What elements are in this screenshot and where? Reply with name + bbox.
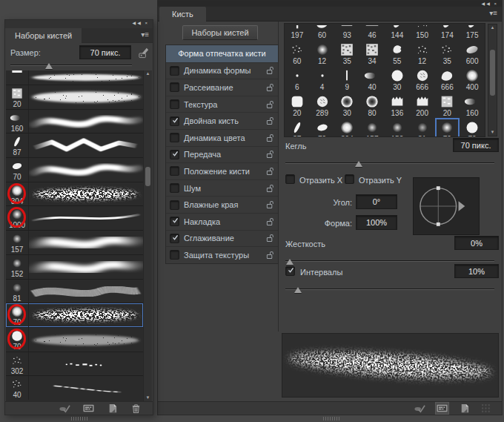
toggle-stroke-preview-icon[interactable] bbox=[59, 403, 71, 414]
brush-tip-cell[interactable]: 55 bbox=[385, 40, 410, 66]
size-value-field[interactable]: 70 пикс. bbox=[453, 138, 499, 152]
option-checkbox[interactable] bbox=[170, 150, 179, 159]
close-panel-icon[interactable]: × bbox=[494, 1, 498, 6]
brush-preset-row[interactable]: 87 bbox=[6, 133, 143, 157]
brush-tip-cell[interactable]: 12 bbox=[410, 40, 435, 66]
brush-option-row[interactable]: Двойная кисть bbox=[166, 112, 278, 129]
brush-tip-cell[interactable]: 35 bbox=[335, 40, 360, 66]
panel-menu-icon[interactable]: ▾≡ bbox=[489, 9, 497, 17]
option-checkbox[interactable] bbox=[170, 183, 179, 193]
brush-option-row[interactable]: Накладка bbox=[166, 213, 278, 230]
brush-tip-cell[interactable]: 80 bbox=[359, 92, 385, 118]
scroll-down-icon[interactable]: ▼ bbox=[488, 129, 497, 136]
brush-preset-row[interactable]: 70 bbox=[6, 303, 143, 327]
brush-option-row[interactable]: Передача bbox=[166, 146, 278, 163]
brush-tip-cell[interactable]: 20 bbox=[435, 92, 460, 118]
delete-brush-icon[interactable] bbox=[130, 403, 142, 414]
roundness-handle-top[interactable] bbox=[437, 186, 440, 190]
option-checkbox[interactable] bbox=[170, 200, 179, 210]
slider-thumb[interactable] bbox=[45, 63, 53, 69]
open-preset-manager-icon[interactable] bbox=[436, 403, 448, 414]
brush-option-row[interactable]: Шум bbox=[166, 179, 278, 197]
lock-icon[interactable] bbox=[266, 116, 274, 125]
option-checkbox[interactable] bbox=[170, 234, 179, 243]
flip-x-checkbox[interactable] bbox=[285, 174, 295, 184]
presets-list-scrollbar[interactable]: ▲ ▼ bbox=[143, 70, 152, 401]
size-value-field[interactable]: 70 пикс. bbox=[79, 45, 131, 59]
brush-preset-row[interactable]: 302 bbox=[6, 352, 143, 376]
hardness-value-field[interactable]: 0% bbox=[454, 236, 499, 250]
brush-tip-cell[interactable]: 197 bbox=[285, 24, 310, 40]
scroll-down-icon[interactable]: ▼ bbox=[144, 395, 152, 401]
presets-size-slider[interactable] bbox=[10, 62, 132, 69]
scroll-up-icon[interactable]: ▲ bbox=[144, 70, 152, 77]
brush-option-row[interactable]: Сглаживание bbox=[166, 230, 278, 247]
brush-tip-cell[interactable]: 30 bbox=[385, 66, 410, 92]
panel-menu-icon[interactable]: ▾≡ bbox=[141, 30, 149, 39]
brush-preset-row[interactable]: 20 bbox=[6, 85, 143, 109]
tab-brush[interactable]: Кисть bbox=[159, 7, 206, 22]
brush-tip-cell[interactable]: 200 bbox=[410, 92, 435, 118]
lock-icon[interactable] bbox=[266, 150, 274, 159]
brush-tip-cell[interactable]: 70 bbox=[310, 118, 335, 137]
create-new-brush-icon[interactable] bbox=[458, 403, 471, 414]
scrollbar-thumb[interactable] bbox=[145, 167, 150, 186]
lock-icon[interactable] bbox=[266, 167, 274, 176]
scroll-up-icon[interactable]: ▲ bbox=[488, 24, 497, 31]
close-panel-icon[interactable]: × bbox=[145, 21, 149, 25]
open-preset-manager-icon[interactable] bbox=[82, 403, 95, 414]
brush-tip-cell[interactable]: 9 bbox=[335, 66, 360, 92]
resize-grip-icon[interactable] bbox=[480, 403, 493, 414]
brush-option-row[interactable]: Форма отпечатка кисти bbox=[166, 45, 278, 62]
spacing-slider[interactable] bbox=[285, 286, 494, 293]
brush-tip-cell[interactable]: 666 bbox=[410, 66, 435, 92]
lock-icon[interactable] bbox=[266, 66, 274, 75]
brush-tip-cell[interactable]: 93 bbox=[335, 24, 360, 40]
brush-tip-cell[interactable]: 60 bbox=[285, 40, 310, 66]
brush-preset-row[interactable]: 70 bbox=[6, 327, 143, 352]
brush-tip-cell[interactable]: 20 bbox=[285, 92, 310, 118]
tip-grid-scrollbar[interactable]: ▲ ▼ bbox=[488, 24, 497, 136]
brush-tip-cell[interactable]: 152 bbox=[385, 118, 410, 137]
brush-option-row[interactable]: Динамика цвета bbox=[166, 129, 278, 146]
size-slider[interactable] bbox=[285, 159, 494, 167]
brush-tip-cell[interactable]: 600 bbox=[460, 40, 485, 66]
brush-tip-cell[interactable]: 35 bbox=[435, 40, 460, 66]
brush-tip-cell[interactable]: 87 bbox=[285, 118, 310, 137]
lock-icon[interactable] bbox=[266, 234, 274, 243]
brush-tip-cell[interactable]: 70 bbox=[435, 118, 460, 137]
brush-tip-cell[interactable]: 81 bbox=[410, 118, 435, 137]
brush-tip-cell[interactable]: 40 bbox=[359, 66, 385, 92]
brush-tip-cell[interactable]: 160 bbox=[460, 92, 485, 118]
lock-icon[interactable] bbox=[266, 217, 274, 226]
flip-y-checkbox[interactable] bbox=[345, 174, 354, 184]
slider-thumb[interactable] bbox=[294, 287, 302, 293]
angle-value-field[interactable]: 0° bbox=[356, 194, 397, 209]
brush-option-row[interactable]: Влажные края bbox=[166, 196, 278, 213]
left-panel-resize-grip[interactable] bbox=[71, 417, 89, 421]
option-checkbox[interactable] bbox=[170, 133, 179, 142]
brush-preset-row[interactable]: 304 bbox=[6, 182, 143, 206]
brush-tip-cell[interactable]: 394 bbox=[335, 118, 360, 137]
brush-tip-cell[interactable]: 70 bbox=[460, 118, 485, 137]
create-new-brush-icon[interactable] bbox=[106, 403, 119, 414]
spacing-value-field[interactable]: 10% bbox=[454, 264, 499, 278]
brush-tip-cell[interactable]: 400 bbox=[460, 66, 485, 92]
brush-preset-row[interactable]: 157 bbox=[6, 230, 143, 254]
brush-tip-cell[interactable]: 30 bbox=[335, 92, 360, 118]
lock-icon[interactable] bbox=[266, 133, 274, 142]
brush-preset-row[interactable]: 40 bbox=[6, 375, 143, 400]
tab-brush-presets[interactable]: Наборы кистей bbox=[5, 28, 82, 43]
brush-tip-cell[interactable]: 174 bbox=[435, 24, 460, 40]
brush-tip-cell[interactable]: 175 bbox=[460, 24, 485, 40]
brush-option-row[interactable]: Рассеивание bbox=[166, 79, 278, 96]
slider-thumb[interactable] bbox=[355, 161, 362, 167]
spacing-checkbox[interactable] bbox=[285, 266, 295, 276]
option-checkbox[interactable] bbox=[170, 66, 179, 76]
scrollbar-thumb[interactable] bbox=[490, 50, 495, 96]
brush-tip-cell[interactable]: 6 bbox=[285, 66, 310, 92]
brush-preset-row[interactable]: 81 bbox=[6, 279, 143, 303]
lock-icon[interactable] bbox=[266, 184, 274, 193]
brush-preset-row[interactable]: 70 bbox=[6, 157, 143, 182]
option-checkbox[interactable] bbox=[170, 82, 179, 92]
